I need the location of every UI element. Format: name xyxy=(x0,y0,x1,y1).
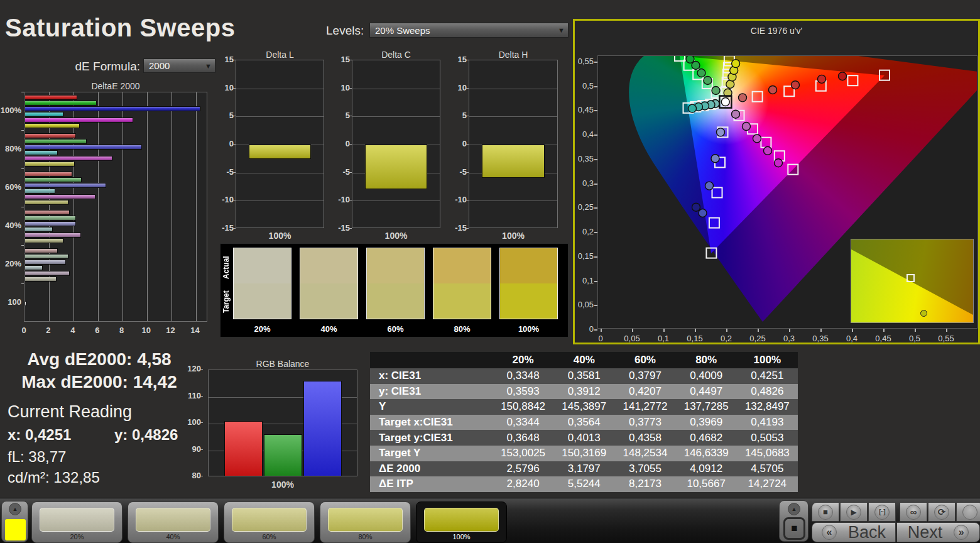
cie-x-tick: 0,55 xyxy=(934,334,959,343)
media-button-play[interactable]: ▶ xyxy=(840,502,868,522)
deltae-bar xyxy=(24,216,76,221)
saturation-level-button[interactable]: 100% xyxy=(416,502,507,543)
delta_c-y-tick: -5 xyxy=(332,167,350,177)
deltae-group-label: 40% xyxy=(0,221,21,230)
cie-tick xyxy=(594,256,597,258)
saturation-level-button[interactable]: 20% xyxy=(31,502,122,543)
table-cell: 0,3564 xyxy=(553,416,614,429)
delta_h-tick xyxy=(466,88,469,89)
back-button[interactable]: « Back xyxy=(812,522,896,542)
table-row: y: CIE310,35930,39120,42070,44970,4826 xyxy=(370,384,798,400)
cie-measured-marker xyxy=(775,159,783,167)
cie-inset-target-marker xyxy=(906,274,915,282)
table-cell: 0,4009 xyxy=(676,370,737,382)
cie-y-tick: 0,1 xyxy=(575,276,594,285)
delta_c-gridline xyxy=(352,116,440,117)
deltae2000-chart: DeltaE 2000 02468101214100%80%60%40%20%1… xyxy=(0,81,216,335)
deltae-group-label: 60% xyxy=(0,182,21,192)
table-cell: 2,5796 xyxy=(493,463,553,475)
saturation-level-label: 100% xyxy=(416,533,506,540)
cie-x-tick: 0,15 xyxy=(682,334,707,343)
cie-y-tick: 0,15 xyxy=(575,251,594,261)
current-color-swatch[interactable] xyxy=(5,519,26,540)
table-cell: 0,3969 xyxy=(676,416,737,429)
table-cell: 150,8842 xyxy=(493,400,553,413)
cie-y-tick: 0,2 xyxy=(575,227,594,236)
de-formula-dropdown[interactable]: 2000 ▼ xyxy=(143,58,215,73)
swatch-pair xyxy=(499,248,558,319)
deltae-bar xyxy=(24,248,58,253)
saturation-level-button[interactable]: 60% xyxy=(224,502,315,543)
deltae-bar xyxy=(24,101,97,106)
delta_c-tick xyxy=(349,172,352,173)
deltae-bar xyxy=(24,189,55,194)
actual-swatch xyxy=(300,248,357,283)
saturation-level-label: 40% xyxy=(128,533,218,540)
deltae-bar xyxy=(24,150,58,155)
deltae-x-tick: 8 xyxy=(114,326,129,335)
delta_h-tick xyxy=(466,144,469,145)
saturation-level-label: 80% xyxy=(320,533,410,540)
media-button-refresh[interactable]: ⟳ xyxy=(928,502,956,522)
cie-inset-measured-marker xyxy=(920,310,927,317)
current-x: x: 0,4251 xyxy=(8,426,71,444)
expand-up-button[interactable]: ▲ xyxy=(9,503,21,515)
table-cell: 0,4251 xyxy=(737,370,798,382)
table-cell: 0,4826 xyxy=(737,385,798,398)
cie-tick xyxy=(594,305,597,306)
next-button[interactable]: Next » xyxy=(896,522,980,542)
up-arrow-icon: ▲ xyxy=(792,506,797,512)
rgb_balance-y-tick: 120 xyxy=(183,364,201,373)
media-button-stop[interactable]: ■ xyxy=(812,502,839,522)
current-y: y: 0,4826 xyxy=(114,426,178,444)
saturation-level-button[interactable]: 40% xyxy=(128,502,219,543)
table-cell: 0,3348 xyxy=(493,370,553,382)
media-button-blank[interactable] xyxy=(956,502,980,522)
deltae-gridline xyxy=(172,92,172,321)
table-row-label: ΔE ITP xyxy=(370,478,493,490)
deltae-bar xyxy=(24,162,75,167)
actual-swatch xyxy=(234,248,291,283)
media-button-continuous[interactable]: ∞ xyxy=(900,502,927,522)
cie-y-tick: 0,05 xyxy=(575,300,594,309)
delta_h-y-tick: 10 xyxy=(449,83,467,92)
rgb-balance-plot xyxy=(208,370,357,476)
delta_l-y-tick: 5 xyxy=(216,111,234,120)
delta_c-tick xyxy=(349,144,352,145)
max-de2000: Max dE2000: 14,42 xyxy=(5,372,193,392)
swatch-pair-label: 60% xyxy=(366,324,425,334)
cie-measured-marker xyxy=(753,134,761,143)
rgb_balance-tick xyxy=(200,449,203,450)
cie-plot xyxy=(597,55,977,329)
cie-measured-marker xyxy=(764,146,772,155)
palette-panel: ▲ xyxy=(1,501,28,542)
next-chevrons-icon: » xyxy=(954,525,969,540)
table-column-header: 60% xyxy=(614,354,675,366)
table-cell: 0,3648 xyxy=(493,432,553,444)
swatch-pair xyxy=(233,248,291,319)
expand-up-button[interactable]: ▲ xyxy=(788,503,800,515)
saturation-level-button[interactable]: 80% xyxy=(320,502,411,543)
delta_h-tick xyxy=(466,228,469,229)
table-row-label: Target y:CIE31 xyxy=(370,432,493,444)
delta_c-y-tick: 5 xyxy=(332,111,350,120)
deltae-bar xyxy=(24,112,63,117)
table-cell: 0,3344 xyxy=(493,416,553,429)
delta_l-gridline xyxy=(236,89,324,89)
cie-x-tick: 0,35 xyxy=(808,334,833,343)
cie-measured-marker xyxy=(712,87,720,95)
cie-tick xyxy=(789,329,790,332)
deltae-tick xyxy=(21,168,24,169)
delta_l-y-tick: -5 xyxy=(216,167,234,177)
table-cell: 5,5244 xyxy=(553,478,614,490)
rgb-balance-chart: RGB Balance 100% 1201101009080 xyxy=(188,359,366,492)
cie-tick xyxy=(726,329,727,332)
cie-target-marker xyxy=(788,165,798,175)
cie-tick xyxy=(594,184,597,185)
actual-swatch xyxy=(500,248,557,283)
delta_l-tick xyxy=(233,60,236,60)
blank-icon xyxy=(962,505,977,520)
media-button-single-measure[interactable]: [··] xyxy=(868,502,896,522)
levels-dropdown[interactable]: 20% Sweeps ▼ xyxy=(369,23,569,38)
stop-measure-button[interactable]: ■ xyxy=(783,517,805,540)
